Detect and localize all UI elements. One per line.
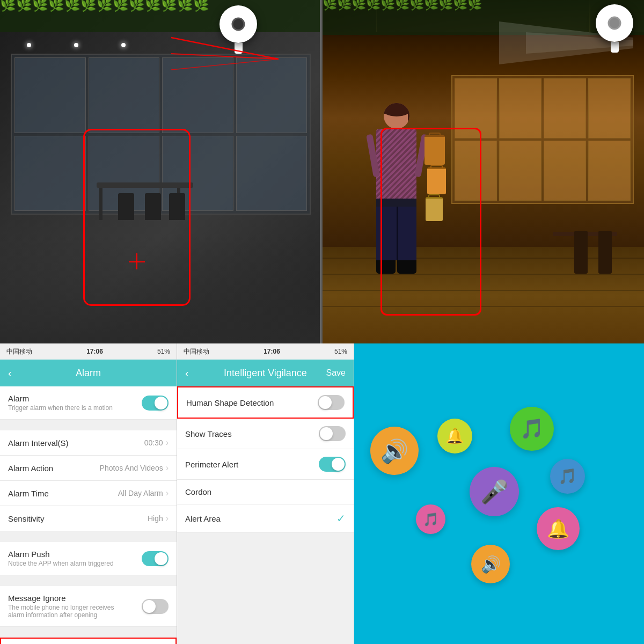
- alert-area-check: ✓: [336, 512, 346, 525]
- alarm-time-row[interactable]: Alarm Time All Day Alarm ›: [0, 481, 177, 506]
- speaker-small-icon: 🔊: [471, 545, 510, 583]
- camera-device-right: [596, 4, 633, 53]
- phone-vigilance-screen: 中国移动 17:06 51% ‹ Intelligent Vigilance S…: [177, 343, 354, 644]
- alarm-toggle-row: Alarm Trigger alarm when there is a moti…: [0, 386, 177, 420]
- alarm-time-label: Alarm Time: [8, 489, 49, 498]
- vigilance-settings-content: Human Shape Detection Show Traces Perime…: [177, 386, 354, 644]
- alert-area-row[interactable]: Alert Area ✓: [177, 504, 354, 533]
- mic-symbol: 🎤: [480, 479, 508, 505]
- alarm-push-left: Alarm Push Notice the APP when alarm tri…: [8, 550, 114, 567]
- window-pane: [236, 136, 308, 211]
- alarm-interval-row[interactable]: Alarm Interval(S) 00:30 ›: [0, 430, 177, 456]
- alarm-settings-content: Alarm Trigger alarm when there is a moti…: [0, 386, 177, 644]
- music-pink-icon: 🎵: [416, 504, 445, 534]
- laser-beams: [171, 27, 279, 91]
- carrier-2: 中国移动: [184, 347, 209, 356]
- bottom-section: 中国移动 17:06 51% ‹ Alarm Alarm Trigger ala…: [0, 343, 644, 644]
- cordon-row[interactable]: Cordon: [177, 480, 354, 504]
- intelligent-vigilance-row[interactable]: Intelligent Vigilance ›: [0, 638, 177, 644]
- music-symbol-1: 🎵: [520, 418, 544, 440]
- alarm-interval-value: 00:30 ›: [144, 438, 169, 448]
- window-pane: [89, 57, 160, 133]
- camera-views: ★ ★ ★ ★ ★ 🌿🌿🌿🌿🌿🌿🌿🌿🌿🌿🌿: [0, 0, 644, 343]
- window-pane: [14, 57, 86, 133]
- perimeter-alert-row: Perimeter Alert: [177, 449, 354, 480]
- speaker-small-symbol: 🔊: [481, 555, 501, 574]
- save-button[interactable]: Save: [326, 368, 346, 378]
- alarm-sublabel: Trigger alarm when there is a motion: [8, 404, 113, 412]
- cordon-label: Cordon: [185, 487, 211, 496]
- alarm-push-row: Alarm Push Notice the APP when alarm tri…: [0, 542, 177, 575]
- detection-box-left: [83, 129, 191, 306]
- battery-2: 51%: [334, 348, 347, 355]
- message-ignore-label: Message Ignore: [8, 594, 126, 603]
- perimeter-alert-label: Perimeter Alert: [185, 460, 238, 469]
- alarm-toggle[interactable]: [142, 396, 169, 411]
- message-ignore-left: Message Ignore The mobile phone no longe…: [8, 594, 126, 619]
- bar-stools: [574, 231, 612, 274]
- section-gap-4: [0, 627, 177, 638]
- bell-alarm-symbol: 🔔: [547, 518, 569, 539]
- speaker-loud-icon: 🔊: [370, 427, 419, 475]
- message-ignore-row: Message Ignore The mobile phone no longe…: [0, 586, 177, 627]
- message-ignore-toggle[interactable]: [142, 599, 169, 614]
- sensitivity-label: Sensitivity: [8, 514, 45, 523]
- status-bar-2: 中国移动 17:06 51%: [177, 343, 354, 360]
- panel-divider: [320, 0, 321, 343]
- microphone-icon: 🎤: [470, 467, 519, 516]
- chevron-icon: ›: [166, 488, 169, 498]
- right-camera-panel: ★ ★ ★ ★ ★ 🌿🌿🌿🌿🌿🌿🌿🌿🌿🌿🌿: [323, 0, 644, 343]
- chevron-icon: ›: [166, 463, 169, 473]
- message-ignore-sublabel: The mobile phone no longer receives alar…: [8, 604, 126, 619]
- music-green-icon: 🎵: [510, 407, 554, 451]
- sensitivity-row[interactable]: Sensitivity High ›: [0, 506, 177, 531]
- time-2: 17:06: [264, 348, 280, 355]
- human-shape-detection-row: Human Shape Detection: [177, 386, 354, 419]
- bell-yellowgreen-icon: 🔔: [437, 419, 472, 453]
- bell-symbol: 🔔: [445, 427, 464, 445]
- phone-alarm-screen: 中国移动 17:06 51% ‹ Alarm Alarm Trigger ala…: [0, 343, 177, 644]
- vigilance-screen-title: Intelligent Vigilance: [224, 368, 307, 379]
- alarm-row-left: Alarm Trigger alarm when there is a moti…: [8, 394, 113, 412]
- music-blue-icon: 🎵: [550, 459, 585, 494]
- alarm-interval-label: Alarm Interval(S): [8, 438, 69, 448]
- chevron-icon: ›: [166, 438, 169, 448]
- alarm-action-row[interactable]: Alarm Action Photos And Videos ›: [0, 456, 177, 481]
- back-button-1[interactable]: ‹: [8, 367, 12, 379]
- alarm-screen-title: Alarm: [76, 368, 101, 379]
- alarm-time-value: All Day Alarm ›: [118, 488, 169, 498]
- music-symbol-3: 🎵: [423, 512, 439, 527]
- svg-line-2: [171, 59, 279, 70]
- carrier-1: 中国移动: [6, 347, 32, 356]
- alarm-push-toggle[interactable]: [142, 551, 169, 566]
- time-1: 17:06: [86, 348, 103, 355]
- window-pane: [14, 136, 86, 211]
- ceiling-lights: [27, 43, 126, 47]
- alarm-label: Alarm: [8, 394, 113, 403]
- status-bar-1: 中国移动 17:06 51%: [0, 343, 177, 360]
- human-shape-detection-toggle[interactable]: [318, 395, 345, 410]
- alarm-action-label: Alarm Action: [8, 464, 53, 473]
- bell-alarm-pink-icon: 🔔: [537, 507, 580, 550]
- section-gap-2: [0, 531, 177, 542]
- left-camera-panel: [0, 0, 323, 343]
- vigilance-nav-bar: ‹ Intelligent Vigilance Save: [177, 360, 354, 386]
- chevron-icon: ›: [166, 514, 169, 523]
- back-button-2[interactable]: ‹: [185, 367, 189, 379]
- alarm-push-label: Alarm Push: [8, 550, 114, 559]
- show-traces-label: Show Traces: [185, 429, 232, 438]
- section-gap-3: [0, 575, 177, 586]
- alarm-nav-bar: ‹ Alarm: [0, 360, 177, 386]
- alert-icons-panel: 🔊 🔔 🎵 🎵 🎤 🎵 🔔 🔊: [354, 343, 644, 644]
- perimeter-alert-toggle[interactable]: [319, 457, 346, 472]
- alarm-push-sublabel: Notice the APP when alarm triggered: [8, 560, 114, 567]
- section-gap-1: [0, 420, 177, 430]
- show-traces-row: Show Traces: [177, 419, 354, 449]
- sensitivity-value: High ›: [148, 514, 169, 523]
- detection-box-right: [380, 128, 481, 316]
- speaker-symbol: 🔊: [380, 438, 408, 464]
- battery-1: 51%: [157, 348, 170, 355]
- human-shape-detection-label: Human Shape Detection: [186, 398, 274, 407]
- music-symbol-2: 🎵: [558, 467, 577, 485]
- show-traces-toggle[interactable]: [319, 426, 346, 441]
